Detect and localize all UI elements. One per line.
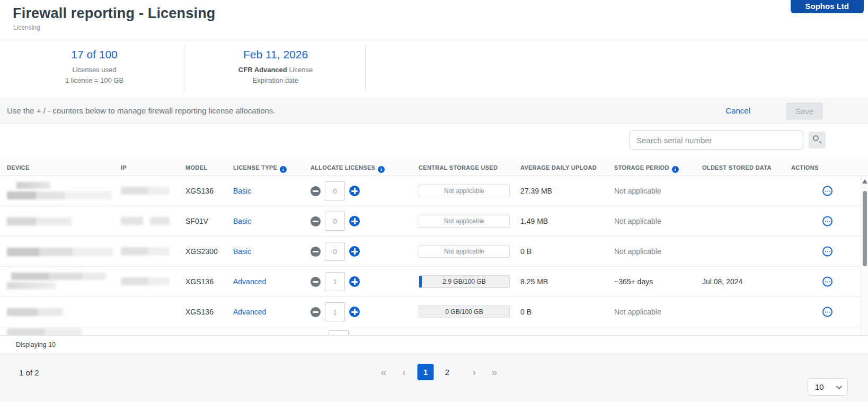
licenses-used-label: Licenses used [15, 65, 174, 75]
allocate-licenses-input[interactable] [325, 302, 345, 321]
page-title: Firewall reporting - Licensing [13, 5, 216, 22]
storage-text: 2.9 GB/100 GB [442, 278, 485, 285]
central-storage-indicator: 2.9 GB/100 GB [419, 275, 510, 288]
displaying-count: Displaying 10 [16, 341, 56, 348]
cancel-button[interactable]: Cancel [725, 106, 750, 115]
allocate-licenses-input[interactable] [325, 212, 345, 231]
allocate-licenses-input[interactable] [325, 272, 345, 291]
more-options-icon [827, 221, 828, 222]
table-row: SF01V Basic Not applicable 1.49 MB Not a… [0, 206, 868, 237]
chevron-down-icon [836, 383, 842, 389]
table-header: DEVICE IP MODEL LICENSE TYPE ALLOCATE LI… [0, 161, 868, 176]
page-button-1[interactable]: 1 [417, 364, 433, 380]
license-name-rest: License [287, 66, 313, 74]
more-options-icon [827, 311, 828, 312]
average-daily-upload: 0 B [520, 247, 532, 256]
previous-page-button[interactable]: ‹ [398, 364, 410, 380]
expiration-label: Expiration date [196, 75, 355, 86]
search-button[interactable] [809, 132, 826, 148]
row-actions-button[interactable] [822, 247, 832, 257]
save-button[interactable]: Save [786, 102, 823, 120]
device-model: XGS136 [185, 308, 214, 316]
storage-text: 0 GB/100 GB [445, 308, 483, 316]
device-model: XGS136 [185, 277, 214, 286]
license-ratio-label: 1 license = 100 GB [15, 75, 174, 86]
storage-period: Not applicable [614, 217, 661, 225]
page-size-value: 10 [815, 382, 824, 391]
license-name-label: CFR Advanced License [196, 65, 355, 75]
increase-allocation-button[interactable] [349, 276, 360, 287]
license-type-link[interactable]: Basic [233, 247, 251, 256]
next-page-button[interactable]: › [468, 364, 480, 380]
central-storage-indicator: 0 GB/100 GB [419, 305, 510, 318]
stat-divider [184, 45, 184, 92]
search-input[interactable] [630, 130, 803, 150]
license-type-link[interactable]: Basic [233, 217, 251, 225]
redacted-device-name [7, 242, 118, 260]
increase-allocation-button[interactable] [349, 307, 360, 317]
redacted-device-name [7, 212, 118, 230]
allocate-licenses-input-partial [329, 330, 349, 335]
central-storage-indicator: Not applicable [419, 215, 510, 228]
redacted-device-name [7, 328, 118, 335]
pagination-footer: 1 of 2 « ‹ 12 › » 10 [0, 354, 868, 402]
licenses-used-value: 17 of 100 [15, 48, 174, 61]
more-options-icon [827, 251, 828, 252]
column-header-storage-period: STORAGE PERIOD [614, 164, 679, 173]
first-page-button[interactable]: « [377, 364, 391, 380]
average-daily-upload: 8.25 MB [520, 277, 548, 286]
license-type-link[interactable]: Advanced [233, 308, 266, 316]
column-header-average-daily-upload: AVERAGE DAILY UPLOAD [520, 164, 597, 171]
row-actions-button[interactable] [822, 216, 832, 226]
license-stats-section: 17 of 100 Licenses used 1 license = 100 … [0, 41, 868, 98]
scrollbar-thumb[interactable] [863, 191, 867, 266]
row-actions-button[interactable] [822, 307, 832, 317]
more-options-icon [827, 281, 828, 282]
row-actions-button[interactable] [822, 277, 832, 287]
decrease-allocation-button[interactable] [311, 186, 321, 196]
page-number-list: 12 [417, 364, 460, 380]
instruction-text: Use the + / - counters below to manage f… [7, 106, 276, 115]
storage-text: Not applicable [444, 217, 484, 225]
increase-allocation-button[interactable] [349, 246, 360, 257]
allocate-licenses-input[interactable] [325, 242, 345, 261]
decrease-allocation-button[interactable] [311, 277, 321, 287]
allocation-toolbar: Use the + / - counters below to manage f… [0, 99, 868, 124]
allocate-licenses-input[interactable] [325, 181, 345, 200]
redacted-ip-address [121, 217, 170, 225]
redacted-device-name [7, 273, 118, 291]
scroll-up-arrow-icon[interactable] [862, 179, 867, 183]
info-icon[interactable] [672, 166, 679, 173]
last-page-button[interactable]: » [488, 364, 502, 380]
page-header: Firewall reporting - Licensing Licensing… [0, 0, 868, 40]
storage-text: Not applicable [444, 248, 484, 255]
average-daily-upload: 27.39 MB [520, 187, 552, 195]
page-info: 1 of 2 [19, 368, 39, 377]
displaying-bar: Displaying 10 [0, 335, 868, 354]
decrease-allocation-button[interactable] [311, 307, 321, 317]
firewall-reporting-licensing-page: Firewall reporting - Licensing Licensing… [0, 0, 868, 402]
column-header-device: DEVICE [7, 164, 30, 171]
increase-allocation-button[interactable] [349, 216, 360, 226]
info-icon[interactable] [378, 166, 385, 173]
license-type-link[interactable]: Basic [233, 187, 251, 195]
account-badge: Sophos Ltd [791, 0, 864, 13]
license-type-link[interactable]: Advanced [233, 277, 266, 286]
info-icon[interactable] [280, 166, 287, 173]
column-header-license-type: LICENSE TYPE [233, 164, 287, 173]
table-body: XGS136 Basic Not applicable 27.39 MB Not… [0, 176, 868, 327]
column-header-oldest-stored-data: OLDEST STORED DATA [702, 164, 772, 171]
page-size-select[interactable]: 10 [808, 378, 848, 396]
redacted-ip-address [121, 277, 170, 286]
table-row: XGS136 Advanced 2.9 GB/100 GB 8.25 MB ~3… [0, 267, 868, 297]
licenses-used-stat: 17 of 100 Licenses used 1 license = 100 … [15, 48, 174, 86]
storage-period: ~365+ days [614, 277, 653, 286]
expiration-stat: Feb 11, 2026 CFR Advanced License Expira… [196, 48, 355, 86]
page-button-2[interactable]: 2 [439, 364, 455, 380]
decrease-allocation-button[interactable] [311, 216, 321, 226]
vertical-scrollbar[interactable] [861, 176, 868, 335]
column-header-ip: IP [121, 164, 127, 171]
decrease-allocation-button[interactable] [311, 247, 321, 257]
increase-allocation-button[interactable] [349, 186, 360, 196]
row-actions-button[interactable] [822, 186, 832, 196]
